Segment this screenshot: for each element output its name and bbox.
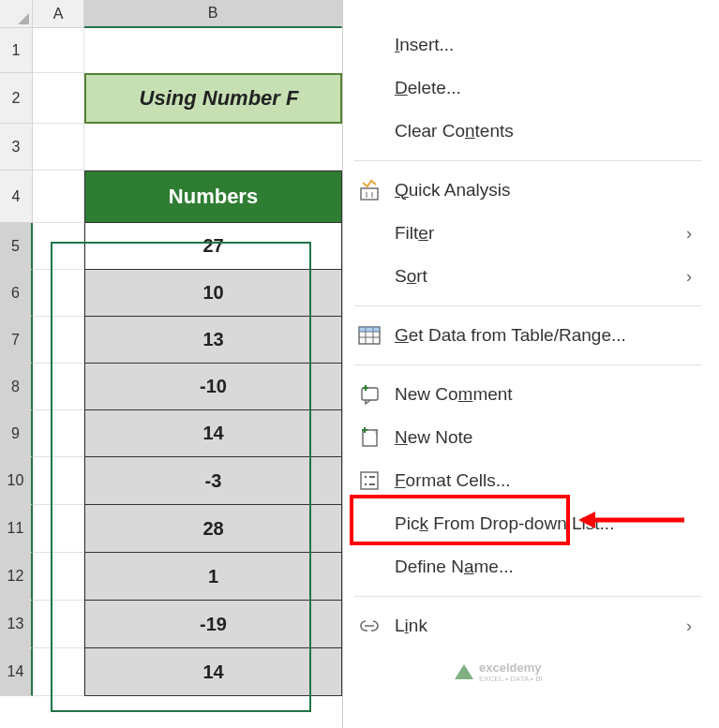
- menu-separator: [354, 364, 701, 365]
- data-cell-b8[interactable]: -10: [84, 364, 342, 410]
- row-header-1[interactable]: 1: [0, 28, 33, 73]
- menu-separator: [354, 305, 701, 306]
- row-header-10[interactable]: 10: [0, 457, 33, 505]
- svg-rect-19: [369, 483, 375, 485]
- table-icon: [357, 323, 382, 348]
- menu-pick-from-list[interactable]: Pick From Drop-down List...: [343, 502, 712, 545]
- row-header-5[interactable]: 5: [0, 223, 33, 270]
- menu-sort[interactable]: Sort›: [343, 255, 712, 298]
- row-header-6[interactable]: 6: [0, 270, 33, 317]
- svg-rect-17: [369, 476, 375, 478]
- row-header-2[interactable]: 2: [0, 73, 33, 124]
- column-b-cells: Using Number F Numbers 27 10 13 -10 14 -…: [84, 28, 342, 696]
- row-header-11[interactable]: 11: [0, 505, 33, 553]
- chevron-right-icon: ›: [686, 617, 692, 636]
- data-cell-b14[interactable]: 14: [84, 648, 342, 696]
- row-header-12[interactable]: 12: [0, 553, 33, 601]
- cell-a7[interactable]: [33, 317, 84, 364]
- menu-new-note[interactable]: New Note: [343, 416, 712, 459]
- cell-a10[interactable]: [33, 457, 84, 505]
- cell-a14[interactable]: [33, 648, 84, 696]
- svg-point-16: [365, 476, 367, 478]
- menu-define-name[interactable]: Define Name...: [343, 545, 712, 588]
- menu-insert[interactable]: Insert...: [343, 23, 712, 67]
- cell-a8[interactable]: [33, 364, 84, 410]
- cell-a3[interactable]: [33, 124, 84, 171]
- row-header-4[interactable]: 4: [0, 171, 33, 223]
- row-header-8[interactable]: 8: [0, 364, 33, 410]
- quick-analysis-icon: [357, 178, 382, 202]
- column-a-cells: [33, 28, 84, 696]
- cell-a2[interactable]: [33, 73, 84, 124]
- context-menu: Insert... Delete... Clear Contents Quick…: [342, 0, 712, 728]
- row-header-3[interactable]: 3: [0, 124, 33, 171]
- data-cell-b7[interactable]: 13: [84, 317, 342, 364]
- cell-b3[interactable]: [84, 124, 342, 171]
- cell-a5[interactable]: [33, 223, 84, 270]
- format-cells-icon: [357, 468, 382, 493]
- menu-separator: [354, 596, 701, 597]
- cell-a9[interactable]: [33, 410, 84, 457]
- watermark-sub: EXCEL • DATA • BI: [479, 675, 543, 683]
- chevron-right-icon: ›: [686, 267, 692, 287]
- cell-a1[interactable]: [33, 28, 84, 73]
- svg-point-18: [365, 483, 367, 485]
- title-banner[interactable]: Using Number F: [84, 73, 342, 124]
- data-cell-b9[interactable]: 14: [84, 410, 342, 457]
- data-cell-b13[interactable]: -19: [84, 601, 342, 648]
- note-icon: [357, 425, 382, 450]
- data-cell-b6[interactable]: 10: [84, 270, 342, 317]
- row-header-7[interactable]: 7: [0, 317, 33, 364]
- cell-a13[interactable]: [33, 601, 84, 648]
- menu-new-comment[interactable]: New Comment: [343, 373, 712, 416]
- col-header-a[interactable]: A: [33, 0, 84, 28]
- watermark-name: exceldemy: [479, 661, 543, 675]
- watermark-icon: [455, 664, 473, 679]
- row-headers: 1 2 3 4 5 6 7 8 9 10 11 12 13 14: [0, 28, 33, 696]
- menu-filter[interactable]: Filter›: [343, 212, 712, 255]
- menu-get-data[interactable]: Get Data from Table/Range...: [343, 314, 712, 357]
- menu-delete[interactable]: Delete...: [343, 67, 712, 110]
- svg-rect-0: [361, 188, 378, 200]
- svg-rect-9: [362, 388, 378, 400]
- cell-a6[interactable]: [33, 270, 84, 317]
- select-all-corner[interactable]: [0, 0, 33, 28]
- chevron-right-icon: ›: [686, 224, 692, 244]
- data-cell-b11[interactable]: 28: [84, 505, 342, 553]
- menu-quick-analysis[interactable]: Quick Analysis: [343, 169, 712, 212]
- watermark: exceldemy EXCEL • DATA • BI: [455, 661, 543, 683]
- link-icon: [357, 614, 382, 638]
- data-cell-b10[interactable]: -3: [84, 457, 342, 505]
- row-header-13[interactable]: 13: [0, 601, 33, 648]
- svg-rect-8: [359, 327, 380, 332]
- cell-a12[interactable]: [33, 553, 84, 601]
- menu-separator: [354, 160, 701, 161]
- col-header-b[interactable]: B: [84, 0, 342, 28]
- data-cell-b5[interactable]: 27: [84, 223, 342, 270]
- menu-link[interactable]: Link›: [343, 604, 712, 647]
- row-header-14[interactable]: 14: [0, 648, 33, 696]
- row-header-9[interactable]: 9: [0, 410, 33, 457]
- menu-clear-contents[interactable]: Clear Contents: [343, 110, 712, 153]
- table-header-numbers[interactable]: Numbers: [84, 171, 342, 223]
- data-cell-b12[interactable]: 1: [84, 553, 342, 601]
- menu-format-cells[interactable]: Format Cells...: [343, 459, 712, 502]
- comment-icon: [357, 382, 382, 407]
- cell-a4[interactable]: [33, 171, 84, 223]
- cell-a11[interactable]: [33, 505, 84, 553]
- svg-rect-15: [361, 472, 378, 489]
